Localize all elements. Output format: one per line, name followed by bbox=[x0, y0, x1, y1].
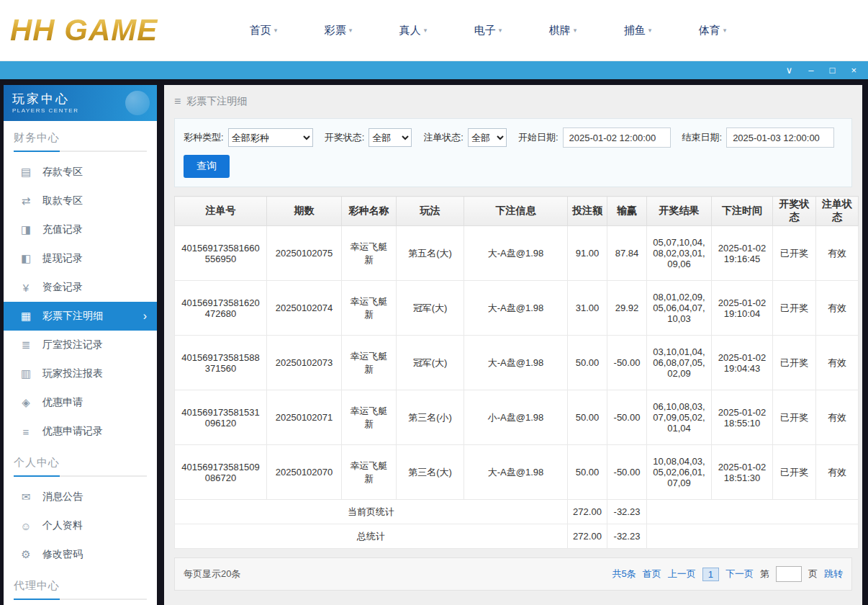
main-nav: 首页▾彩票▾真人▾电子▾棋牌▾捕鱼▾体育▾ bbox=[226, 24, 750, 37]
summary-row: 总统计272.00-32.23 bbox=[175, 524, 859, 549]
cell-lottery-name: 幸运飞艇新 bbox=[342, 226, 397, 281]
sidebar-item-promo-apply[interactable]: ◈优惠申请 bbox=[4, 388, 157, 417]
nav-item[interactable]: 彩票▾ bbox=[301, 24, 376, 37]
cell-issue: 20250102074 bbox=[267, 281, 342, 336]
prev-page-link[interactable]: 上一页 bbox=[668, 568, 696, 581]
table-row: 40156917358150908672020250102070幸运飞艇新第三名… bbox=[175, 445, 859, 500]
deposit-icon: ▤ bbox=[19, 166, 32, 179]
column-header-play-type: 玩法 bbox=[397, 197, 464, 226]
draw-status-select[interactable]: 全部 bbox=[369, 128, 412, 147]
table-row: 40156917358162047268020250102074幸运飞艇新冠军(… bbox=[175, 281, 859, 336]
cell-draw-status: 已开奖 bbox=[773, 336, 816, 390]
column-header-bet-time: 下注时间 bbox=[712, 197, 773, 226]
cell-bet-amount: 91.00 bbox=[568, 226, 607, 281]
sidebar-item-withdraw-record[interactable]: ◧提现记录 bbox=[4, 244, 157, 273]
cell-draw-status: 已开奖 bbox=[773, 226, 816, 281]
sidebar-menu: 财务中心▤存款专区⇄取款专区◨充值记录◧提现记录¥资金记录▦彩票下注明细›≣厅室… bbox=[4, 121, 157, 605]
sidebar-item-announcement[interactable]: ✉消息公告 bbox=[4, 483, 157, 511]
sidebar: 玩家中心 PLAYERS CENTER 财务中心▤存款专区⇄取款专区◨充值记录◧… bbox=[4, 85, 157, 605]
player-bet-report-icon: ▥ bbox=[19, 367, 32, 380]
sidebar-item-deposit[interactable]: ▤存款专区 bbox=[4, 158, 157, 187]
close-icon[interactable]: × bbox=[851, 66, 856, 75]
order-status-select[interactable]: 全部 bbox=[468, 128, 507, 147]
cell-bet-amount: 50.00 bbox=[568, 336, 607, 390]
cell-bet-amount: 50.00 bbox=[568, 390, 607, 445]
sidebar-item-funds-record[interactable]: ¥资金记录 bbox=[4, 273, 157, 302]
cell-draw-status: 已开奖 bbox=[773, 445, 816, 500]
page-jump-input[interactable] bbox=[776, 566, 802, 582]
summary-label: 总统计 bbox=[175, 524, 568, 549]
nav-item[interactable]: 真人▾ bbox=[376, 24, 451, 37]
cell-order-status: 有效 bbox=[816, 281, 859, 336]
password-icon: ⚙ bbox=[19, 548, 32, 561]
lottery-type-select[interactable]: 全部彩种 bbox=[228, 128, 313, 147]
app-window: HH GAME 首页▾彩票▾真人▾电子▾棋牌▾捕鱼▾体育▾ ∨ – □ × 玩家… bbox=[0, 0, 868, 605]
next-page-link[interactable]: 下一页 bbox=[725, 568, 754, 581]
start-date-input[interactable] bbox=[563, 127, 671, 148]
page-title: 彩票下注明细 bbox=[186, 95, 247, 108]
chevron-down-icon: ▾ bbox=[424, 27, 428, 34]
nav-item[interactable]: 棋牌▾ bbox=[525, 24, 600, 37]
nav-item[interactable]: 体育▾ bbox=[675, 24, 750, 37]
nav-item[interactable]: 首页▾ bbox=[226, 24, 301, 37]
jump-button[interactable]: 跳转 bbox=[824, 568, 843, 581]
summary-row: 当前页统计272.00-32.23 bbox=[175, 500, 859, 524]
sidebar-item-lottery-bet-detail[interactable]: ▦彩票下注明细› bbox=[4, 302, 157, 331]
cell-draw-status: 已开奖 bbox=[773, 390, 816, 445]
cell-bet-time: 2025-01-02 19:10:04 bbox=[712, 281, 773, 336]
cell-issue: 20250102073 bbox=[267, 336, 342, 390]
section-underline bbox=[14, 599, 147, 600]
cell-bet-amount: 50.00 bbox=[568, 445, 607, 500]
minimize-icon[interactable]: – bbox=[808, 66, 813, 75]
sidebar-item-label: 充值记录 bbox=[42, 223, 83, 236]
sidebar-item-label: 提现记录 bbox=[42, 252, 83, 265]
nav-item-label: 棋牌 bbox=[549, 24, 571, 36]
breadcrumb: ≡ 彩票下注明细 bbox=[164, 85, 862, 118]
sidebar-item-player-bet-report[interactable]: ▥玩家投注报表 bbox=[4, 359, 157, 388]
cell-draw-result: 03,10,01,04,06,08,07,05,02,09 bbox=[647, 336, 712, 390]
chevron-down-icon: ▾ bbox=[274, 27, 278, 34]
nav-item[interactable]: 捕鱼▾ bbox=[600, 24, 675, 37]
sidebar-item-withdraw[interactable]: ⇄取款专区 bbox=[4, 187, 157, 215]
cell-order-id: 401569173581660556950 bbox=[175, 226, 267, 281]
query-button[interactable]: 查询 bbox=[184, 155, 230, 178]
collapse-icon[interactable]: ∨ bbox=[786, 66, 793, 75]
table-row: 40156917358158837156020250102073幸运飞艇新冠军(… bbox=[175, 336, 859, 390]
sidebar-item-password[interactable]: ⚙修改密码 bbox=[4, 540, 157, 569]
funds-record-icon: ¥ bbox=[19, 282, 32, 294]
withdraw-record-icon: ◧ bbox=[19, 252, 32, 265]
nav-item-label: 首页 bbox=[250, 24, 271, 36]
cell-bet-info: 大-A盘@1.98 bbox=[464, 281, 568, 336]
cell-lottery-name: 幸运飞艇新 bbox=[342, 390, 397, 445]
sidebar-item-label: 优惠申请记录 bbox=[42, 425, 103, 438]
main-panel: ≡ 彩票下注明细 彩种类型: 全部彩种 开奖状态: 全部 注单状态: 全部 开始… bbox=[164, 85, 862, 605]
jump-suffix-label: 页 bbox=[808, 568, 818, 581]
cell-bet-time: 2025-01-02 18:55:10 bbox=[712, 390, 773, 445]
cell-bet-time: 2025-01-02 18:51:30 bbox=[712, 445, 773, 500]
cell-bet-time: 2025-01-02 19:16:45 bbox=[712, 226, 773, 281]
sidebar-section-label: 代理中心 bbox=[14, 579, 147, 599]
hamburger-icon[interactable]: ≡ bbox=[174, 95, 181, 108]
sidebar-item-recharge-record[interactable]: ◨充值记录 bbox=[4, 215, 157, 244]
summary-empty bbox=[647, 524, 859, 549]
cell-win-loss: -50.00 bbox=[607, 445, 647, 500]
filter-panel: 彩种类型: 全部彩种 开奖状态: 全部 注单状态: 全部 开始日期: 结束日期:… bbox=[174, 118, 852, 187]
pagination-bar: 每页显示20条 共5条 首页 上一页 1 下一页 第 页 跳转 bbox=[174, 557, 852, 591]
nav-item-label: 体育 bbox=[699, 24, 720, 36]
sidebar-item-profile[interactable]: ☺个人资料 bbox=[4, 511, 157, 540]
summary-empty bbox=[647, 500, 859, 524]
cell-issue: 20250102070 bbox=[267, 445, 342, 500]
first-page-link[interactable]: 首页 bbox=[643, 568, 661, 581]
cell-order-status: 有效 bbox=[816, 336, 859, 390]
maximize-icon[interactable]: □ bbox=[830, 66, 836, 75]
sidebar-item-hall-bet-record[interactable]: ≣厅室投注记录 bbox=[4, 331, 157, 359]
column-header-order-id: 注单号 bbox=[175, 197, 267, 226]
cell-draw-result: 08,01,02,09,05,06,04,07,10,03 bbox=[647, 281, 712, 336]
current-page-badge[interactable]: 1 bbox=[702, 568, 719, 581]
section-underline bbox=[14, 475, 147, 477]
sidebar-item-promo-apply-record[interactable]: ≡优惠申请记录 bbox=[4, 417, 157, 446]
nav-item[interactable]: 电子▾ bbox=[451, 24, 525, 37]
chevron-right-icon: › bbox=[143, 310, 147, 323]
end-date-input[interactable] bbox=[726, 127, 834, 148]
lottery-type-label: 彩种类型: bbox=[184, 131, 224, 144]
